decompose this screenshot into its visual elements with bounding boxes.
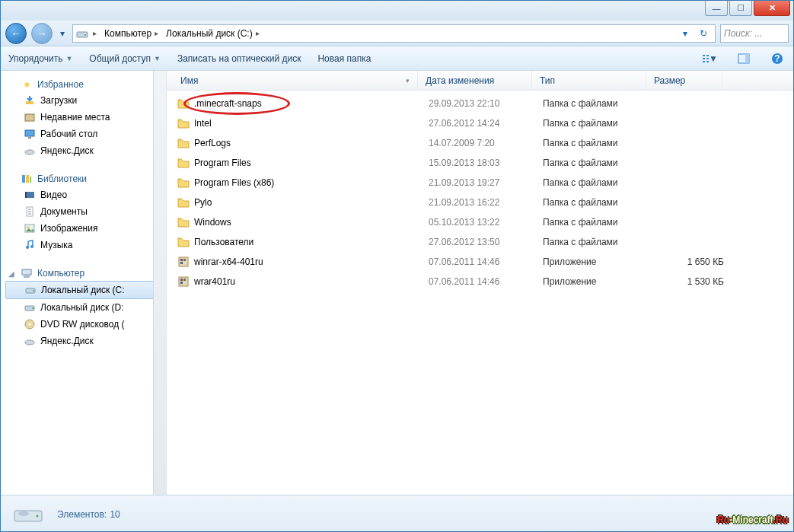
file-row[interactable]: wrar401ru07.06.2011 14:46Приложение1 530… (167, 272, 793, 291)
svg-rect-37 (180, 259, 183, 261)
breadcrumb-drive-c[interactable]: Локальный диск (C:) ▸ (163, 27, 263, 40)
sidebar-item-drive-c[interactable]: Локальный диск (C: (5, 281, 166, 299)
history-dropdown[interactable]: ▾ (57, 24, 68, 43)
toolbar: Упорядочить▼ Общий доступ▼ Записать на о… (1, 46, 793, 71)
column-date[interactable]: Дата изменения (418, 71, 532, 90)
file-type: Папка с файлами (543, 98, 657, 109)
file-name: wrar401ru (194, 276, 235, 287)
file-date: 14.07.2009 7:20 (429, 138, 543, 148)
file-name: Program Files (194, 158, 251, 168)
breadcrumb-computer[interactable]: Компьютер ▸ (101, 27, 161, 40)
close-button[interactable]: ✕ (754, 1, 790, 16)
svg-rect-0 (77, 32, 88, 37)
status-text: Элементов: 10 (57, 507, 120, 520)
sidebar-item-yandex-disk[interactable]: Яндекс.Диск (5, 142, 166, 159)
file-row[interactable]: Program Files (x86)21.09.2013 19:27Папка… (167, 173, 793, 193)
svg-rect-42 (183, 279, 186, 281)
sidebar-item-documents[interactable]: Документы (5, 203, 166, 220)
video-icon (24, 189, 36, 201)
file-type: Приложение (543, 256, 657, 267)
new-folder-button[interactable]: Новая папка (317, 53, 371, 64)
sidebar-item-downloads[interactable]: Загрузки (5, 92, 166, 109)
svg-rect-6 (703, 61, 705, 62)
file-type: Приложение (543, 276, 657, 287)
file-list: .minecraft-snaps29.09.2013 22:10Папка с … (167, 91, 793, 495)
file-date: 27.06.2012 14:24 (429, 118, 543, 129)
preview-pane-button[interactable] (735, 51, 752, 66)
column-size[interactable]: Размер (646, 71, 722, 90)
help-button[interactable]: ? (769, 51, 786, 66)
explorer-window: — ☐ ✕ ← → ▾ ▸ Компьютер ▸ Локальный диск… (0, 0, 794, 532)
sidebar-item-yandex-disk-2[interactable]: Яндекс.Диск (5, 333, 166, 349)
watermark: Ru-Minecraft.Ru (717, 508, 788, 527)
navigation-pane: ★Избранное Загрузки Недавние места Рабоч… (1, 71, 167, 495)
file-row[interactable]: Windows05.10.2013 13:22Папка с файлами (167, 212, 793, 232)
file-size: 1 650 КБ (657, 256, 733, 267)
breadcrumb-arrow[interactable]: ▸ (90, 28, 100, 38)
minimize-button[interactable]: — (705, 1, 728, 16)
svg-rect-18 (26, 175, 29, 183)
favorites-group[interactable]: ★Избранное (5, 77, 166, 92)
file-type: Папка с файлами (543, 138, 657, 148)
forward-button[interactable]: → (31, 23, 53, 44)
sidebar-item-recent[interactable]: Недавние места (5, 109, 166, 126)
yandex-disk-icon (24, 335, 36, 347)
disc-icon (24, 318, 36, 330)
sidebar-item-drive-d[interactable]: Локальный диск (D: (5, 299, 166, 316)
file-size: 1 530 КБ (657, 276, 733, 287)
file-type: Папка с файлами (543, 197, 657, 208)
share-button[interactable]: Общий доступ▼ (89, 53, 161, 64)
file-name: .minecraft-snaps (194, 98, 262, 109)
file-row[interactable]: PerfLogs14.07.2009 7:20Папка с файлами (167, 133, 793, 153)
file-date: 07.06.2011 14:46 (429, 256, 543, 267)
exe-icon (177, 276, 190, 288)
folder-icon (177, 177, 190, 189)
file-type: Папка с файлами (543, 237, 657, 247)
file-row[interactable]: Пользователи27.06.2012 13:50Папка с файл… (167, 232, 793, 252)
sidebar-item-desktop[interactable]: Рабочий стол (5, 126, 166, 142)
organize-button[interactable]: Упорядочить▼ (8, 53, 72, 64)
status-bar: Элементов: 10 (1, 495, 793, 531)
maximize-button[interactable]: ☐ (729, 1, 752, 16)
sidebar-item-music[interactable]: Музыка (5, 237, 166, 253)
svg-point-25 (26, 246, 29, 249)
file-date: 21.09.2013 19:27 (429, 177, 543, 188)
file-row[interactable]: winrar-x64-401ru07.06.2011 14:46Приложен… (167, 252, 793, 272)
svg-rect-4 (703, 58, 705, 59)
svg-point-45 (37, 514, 39, 517)
column-name[interactable]: Имя▾ (167, 71, 418, 90)
file-row[interactable]: Intel27.06.2012 14:24Папка с файлами (167, 113, 793, 133)
sidebar-item-video[interactable]: Видео (5, 186, 166, 203)
svg-rect-2 (703, 55, 705, 56)
back-button[interactable]: ← (5, 23, 27, 44)
pictures-icon (24, 222, 36, 234)
titlebar: — ☐ ✕ (1, 1, 793, 21)
svg-rect-21 (25, 192, 27, 198)
computer-icon (21, 267, 33, 279)
address-dropdown[interactable]: ▾ (677, 25, 694, 42)
burn-button[interactable]: Записать на оптический диск (177, 53, 301, 64)
file-row[interactable]: Pylo21.09.2013 16:22Папка с файлами (167, 193, 793, 212)
sidebar-item-pictures[interactable]: Изображения (5, 220, 166, 237)
address-bar[interactable]: ▸ Компьютер ▸ Локальный диск (C:) ▸ ▾ ↻ (72, 24, 716, 43)
yandex-disk-icon (24, 145, 36, 157)
computer-group[interactable]: ◢Компьютер (5, 266, 166, 281)
search-input[interactable]: Поиск: ... (720, 24, 789, 43)
download-icon (24, 94, 36, 107)
column-type[interactable]: Тип (532, 71, 646, 90)
folder-icon (177, 236, 190, 248)
file-row[interactable]: .minecraft-snaps29.09.2013 22:10Папка с … (167, 94, 793, 113)
view-mode-button[interactable]: ▼ (702, 51, 719, 66)
file-name: PerfLogs (194, 138, 231, 148)
svg-rect-36 (179, 257, 188, 266)
refresh-button[interactable]: ↻ (695, 25, 712, 42)
sidebar-item-dvd[interactable]: DVD RW дисковод ( (5, 316, 166, 333)
libraries-icon (21, 173, 33, 185)
svg-rect-28 (24, 276, 30, 278)
file-row[interactable]: Program Files15.09.2013 18:03Папка с фай… (167, 153, 793, 173)
libraries-group[interactable]: Библиотеки (5, 171, 166, 186)
file-name: Program Files (x86) (194, 177, 274, 188)
desktop-icon (24, 128, 36, 140)
exe-icon (177, 256, 190, 268)
file-name: Пользователи (194, 237, 254, 247)
